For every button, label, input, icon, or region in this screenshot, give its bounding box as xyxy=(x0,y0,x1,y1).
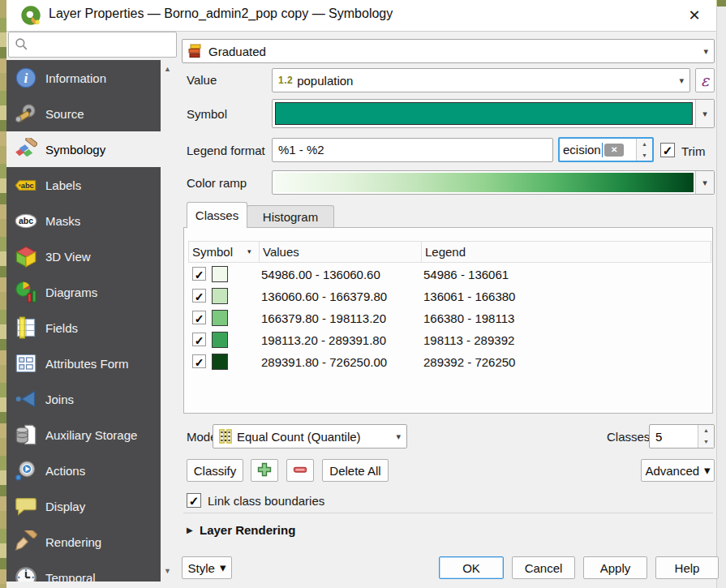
sidebar-search-input[interactable] xyxy=(8,32,177,58)
symbol-selector[interactable]: ▾ xyxy=(272,99,715,128)
sidebar-item-3d-view[interactable]: 3D View xyxy=(6,238,161,274)
spin-down-icon[interactable]: ▼ xyxy=(637,150,652,161)
collapse-arrow-icon[interactable]: ▶ xyxy=(187,526,193,534)
sidebar-item-fields[interactable]: Fields xyxy=(6,310,161,346)
link-class-boundaries-checkbox[interactable]: ✓ xyxy=(187,493,201,508)
classify-button[interactable]: Classify xyxy=(187,459,243,482)
sidebar-item-label: Diagrams xyxy=(45,285,97,299)
spin-down-icon[interactable]: ▼ xyxy=(698,436,714,448)
chevron-down-icon: ▾ xyxy=(702,109,707,119)
scroll-up-icon[interactable]: ▲ xyxy=(161,65,174,73)
labels-icon: abc xyxy=(15,174,37,196)
window-title: Layer Properties — Borno_admin2_pop copy… xyxy=(49,6,393,21)
sidebar-item-label: Source xyxy=(45,107,84,121)
sidebar-item-diagrams[interactable]: Diagrams xyxy=(6,274,161,310)
sidebar-item-source[interactable]: Source xyxy=(6,96,161,131)
sidebar-item-actions[interactable]: Actions xyxy=(6,453,161,488)
precision-spin-buttons[interactable]: ▲▼ xyxy=(636,139,652,161)
sidebar-item-masks[interactable]: abc Masks xyxy=(6,203,161,238)
row-checkbox[interactable]: ✓ xyxy=(192,289,206,303)
column-header-legend[interactable]: Legend xyxy=(422,242,711,262)
3d-view-icon xyxy=(15,245,37,268)
help-button[interactable]: Help xyxy=(655,556,719,579)
table-row[interactable]: ✓ 54986.00 - 136060.60 54986 - 136061 xyxy=(188,264,711,285)
sidebar-item-information[interactable]: i Information xyxy=(6,60,161,96)
cancel-button[interactable]: Cancel xyxy=(512,556,575,579)
advanced-label: Advanced xyxy=(645,464,699,478)
chevron-down-icon: ▾ xyxy=(702,178,707,188)
help-label: Help xyxy=(675,561,700,575)
close-button[interactable]: ✕ xyxy=(684,5,705,26)
style-button[interactable]: Style ▾ xyxy=(182,556,232,579)
classes-spin-buttons[interactable]: ▲▼ xyxy=(698,425,714,448)
sidebar-item-rendering[interactable]: Rendering xyxy=(6,524,161,560)
table-row[interactable]: ✓ 198113.20 - 289391.80 198113 - 289392 xyxy=(188,329,711,351)
column-header-symbol[interactable]: Symbol ▾ xyxy=(189,242,260,262)
class-symbol-swatch[interactable] xyxy=(212,288,228,304)
row-checkbox[interactable]: ✓ xyxy=(192,354,206,368)
sidebar-item-label: Labels xyxy=(45,178,81,192)
sidebar-item-labels[interactable]: abc Labels xyxy=(6,167,161,203)
sidebar-item-label: Actions xyxy=(45,464,85,478)
check-icon: ✓ xyxy=(195,312,204,325)
delete-all-button[interactable]: Delete All xyxy=(322,459,389,482)
table-row[interactable]: ✓ 289391.80 - 726250.00 289392 - 726250 xyxy=(188,351,711,373)
class-symbol-swatch[interactable] xyxy=(212,354,228,370)
class-symbol-swatch[interactable] xyxy=(212,266,228,282)
clear-icon[interactable]: ✕ xyxy=(604,144,624,157)
legend-format-input[interactable]: %1 - %2 xyxy=(272,138,553,162)
column-header-values[interactable]: Values xyxy=(260,242,422,262)
spin-up-icon[interactable]: ▲ xyxy=(698,425,714,436)
row-checkbox[interactable]: ✓ xyxy=(192,333,206,346)
symbol-dropdown-button[interactable]: ▾ xyxy=(695,100,714,127)
class-symbol-swatch[interactable] xyxy=(212,310,228,326)
tab-classes[interactable]: Classes xyxy=(187,202,247,228)
table-row[interactable]: ✓ 136060.60 - 166379.80 136061 - 166380 xyxy=(188,285,711,307)
expression-builder-button[interactable]: ε xyxy=(695,68,715,92)
class-legend: 166380 - 198113 xyxy=(423,307,514,329)
symbol-color-preview[interactable] xyxy=(275,102,693,125)
trim-checkbox[interactable]: ✓ xyxy=(660,143,675,157)
sidebar-item-attributes-form[interactable]: Attributes Form xyxy=(6,346,161,381)
color-ramp-selector[interactable]: ▾ xyxy=(272,170,715,195)
sidebar-item-temporal[interactable]: Temporal xyxy=(6,560,161,582)
epsilon-icon: ε xyxy=(701,71,709,89)
svg-text:abc: abc xyxy=(19,216,33,225)
color-ramp-bar[interactable] xyxy=(274,173,694,192)
add-class-button[interactable] xyxy=(251,459,278,482)
delete-all-label: Delete All xyxy=(329,464,380,478)
column-header-label: Symbol xyxy=(192,242,233,262)
sidebar-item-label: Masks xyxy=(45,214,80,228)
layer-rendering-header[interactable]: Layer Rendering xyxy=(200,523,295,537)
sidebar-item-label: Joins xyxy=(45,393,74,406)
mode-dropdown[interactable]: Equal Count (Quantile) ▾ xyxy=(213,424,407,449)
sidebar-item-joins[interactable]: Joins xyxy=(6,381,161,417)
renderer-type-dropdown[interactable]: Graduated ▾ xyxy=(182,39,715,63)
sidebar-item-symbology[interactable]: Symbology xyxy=(6,131,161,167)
advanced-button[interactable]: Advanced ▾ xyxy=(641,459,715,482)
apply-label: Apply xyxy=(600,561,631,575)
color-ramp-dropdown-button[interactable]: ▾ xyxy=(695,171,714,194)
ok-button[interactable]: OK xyxy=(439,556,504,579)
sidebar-item-auxiliary-storage[interactable]: Auxiliary Storage xyxy=(6,417,161,453)
apply-button[interactable]: Apply xyxy=(583,556,647,579)
spin-up-icon[interactable]: ▲ xyxy=(637,139,652,150)
row-checkbox[interactable]: ✓ xyxy=(192,311,206,324)
scroll-down-icon[interactable]: ▼ xyxy=(161,567,174,575)
trim-label: Trim xyxy=(681,144,705,158)
precision-spinbox[interactable]: ecision ✕ ▲▼ xyxy=(558,137,654,162)
information-icon: i xyxy=(15,67,37,89)
remove-class-button[interactable] xyxy=(286,459,314,482)
sidebar-item-display[interactable]: Display xyxy=(6,488,161,524)
row-checkbox[interactable]: ✓ xyxy=(192,267,206,281)
value-field-dropdown[interactable]: 1.2 population ▾ xyxy=(272,68,690,92)
chevron-down-icon: ▾ xyxy=(704,463,711,478)
tab-histogram[interactable]: Histogram xyxy=(247,205,334,228)
sidebar-scrollbar[interactable]: ▲ ▼ xyxy=(161,60,174,582)
class-symbol-swatch[interactable] xyxy=(212,332,228,348)
classes-count-spinbox[interactable]: 5 ▲▼ xyxy=(649,424,715,449)
minus-icon xyxy=(293,462,307,479)
class-values: 136060.60 - 166379.80 xyxy=(261,285,387,307)
sort-arrow-icon: ▾ xyxy=(247,242,251,262)
table-row[interactable]: ✓ 166379.80 - 198113.20 166380 - 198113 xyxy=(188,307,711,329)
